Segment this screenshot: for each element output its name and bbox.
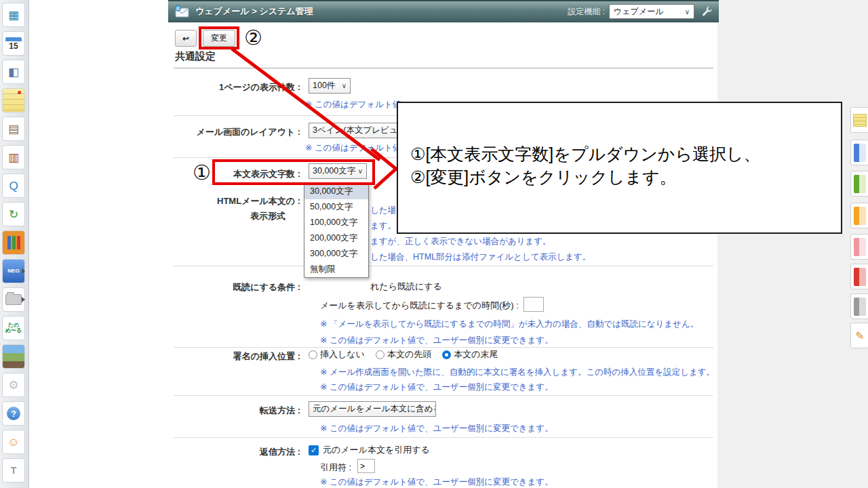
label-tab-shape [854,144,866,162]
cabinet-icon-glyph: ▤ [8,123,19,135]
reply-label: 返信方法 : [174,446,300,458]
circulation-icon-glyph: ↻ [9,209,18,220]
presentation-icon-glyph: ◧ [8,66,19,78]
neo-app-icon[interactable]: NEO [2,259,25,283]
text-tool-icon[interactable]: T [2,458,25,483]
circulation-icon[interactable]: ↻ [2,202,25,226]
section-heading: 共通設定 [175,50,216,63]
instruction-callout: ①[本文表示文字数]をプルダウンから選択し、 ②[変更]ボタンをクリックします。 [397,102,842,234]
todo-clipboard-icon[interactable]: ▥ [2,145,25,169]
pencil-icon[interactable]: ✎ [850,323,868,348]
cabinet-icon[interactable]: ▤ [2,117,25,141]
mail-layout-note: ※ この値はデフォルト値 [305,142,401,154]
page-count-select[interactable]: 100件 [309,78,351,94]
settings-function-value: ウェブメール [614,6,663,18]
heading-rule [174,68,713,68]
html-mail-note-fragment: した場 [370,205,396,216]
step-2-marker: ② [244,28,262,48]
gear-icon-glyph: ⚙ [8,380,18,391]
radio-icon [309,350,317,359]
text-tool-icon-glyph: T [11,466,17,475]
support-operator-icon-glyph: ☺ [7,436,19,448]
dropdown-option[interactable]: 30,000文字 [304,184,368,199]
inspection-icon[interactable]: Q [2,174,25,198]
memo-note-shape [853,114,867,127]
html-mail-label-line2: 表示形式 [174,210,300,222]
tanomail-ad-icon[interactable]: たのめ〜る [2,316,25,340]
app-sidebar: ▦15◧▤▥Q↻NEOたのめ〜る⚙?☺T [0,0,29,488]
memo-tab-icon[interactable] [850,107,868,133]
portal-icon[interactable]: ▦ [2,3,25,27]
label-gray-icon[interactable] [850,293,868,319]
mail-layout-label: メール画面のレイアウト : [174,126,300,138]
binder-bar [12,236,16,249]
mark-read-checkbox-fragment[interactable]: れたら既読にする [370,281,442,293]
gear-icon[interactable]: ⚙ [2,373,25,397]
radio-label: 挿入しない [320,348,365,361]
dropdown-option[interactable]: 無制限 [304,262,368,277]
dropdown-option[interactable]: 100,000文字 [304,215,368,230]
forward-label: 転送方法 : [174,405,300,417]
quote-mark-label: 引用符 : [320,462,351,474]
right-background [717,0,868,488]
dropdown-option[interactable]: 300,000文字 [304,246,368,262]
mail-layout-select[interactable]: 3ペイン(本文プレビューあ [309,123,398,138]
instruction-line-1: ①[本文表示文字数]をプルダウンから選択し、 [410,142,841,165]
annotation-box-body-chars [212,159,375,185]
signature-radio-group: 挿入しない本文の先頭本文の末尾 [309,348,498,361]
signature-note: ※ メール作成画面を開いた際に、自動的に本文に署名を挿入します。この時の挿入位置… [320,367,715,378]
label-tab-shape [854,207,866,225]
label-blue-icon[interactable] [850,140,868,165]
signature-radio-option[interactable]: 本文の先頭 [376,348,431,361]
step-1-marker: ① [193,163,211,183]
row-separator [174,395,713,396]
svg-text:@: @ [176,6,180,10]
signature-radio-selected[interactable]: 本文の末尾 [442,348,498,361]
forward-value: 元のメールをメール本文に含める [313,403,436,415]
calendar-day: 15 [9,41,18,51]
page-header: @ ウェブメール > システム管理 設定機能 : ウェブメール [168,0,719,22]
webmail-admin-screen: ▦15◧▤▥Q↻NEOたのめ〜る⚙?☺T ✎ @ ウェブメール > システム管理… [0,0,868,488]
mark-read-label: 既読にする条件 : [174,281,300,293]
presentation-icon[interactable]: ◧ [2,60,25,84]
schedule-icon[interactable]: 15 [2,31,25,56]
bookshelf-icon[interactable] [2,230,25,255]
label-pink-icon[interactable] [850,234,868,260]
label-green-icon[interactable] [850,171,868,197]
settings-function-select[interactable]: ウェブメール [609,4,694,19]
banner-ad-icon[interactable] [2,344,25,369]
mark-read-time-input[interactable] [524,297,544,312]
page-title: ウェブメール > システム管理 [195,5,313,18]
mark-read-note: ※ 「メールを表示してから既読にするまでの時間」が未入力の場合、自動では既読にな… [320,319,698,330]
tanomail-ad-icon-glyph: たのめ〜る [3,323,24,333]
row-separator [174,437,713,438]
label-red-icon[interactable] [850,264,868,289]
label-tab-shape [854,175,866,193]
signature-radio-option[interactable]: 挿入しない [309,348,365,361]
forward-select[interactable]: 元のメールをメール本文に含める [309,401,436,417]
reply-quote-checkbox[interactable]: 元のメール本文を引用する [309,444,430,456]
help-icon[interactable]: ? [2,401,25,426]
back-icon: ↩ [182,34,189,43]
support-operator-icon[interactable]: ☺ [2,430,25,454]
folder-icon[interactable] [2,287,25,312]
wrench-icon[interactable] [700,5,713,18]
dropdown-option[interactable]: 50,000文字 [304,199,368,215]
radio-icon [376,350,384,359]
signature-label: 署名の挿入位置 : [174,350,300,363]
back-button[interactable]: ↩ [175,30,197,47]
memo-icon[interactable] [2,88,25,113]
html-mail-note-fragment: ますが、正しく表示できない場合があります。 [370,236,551,247]
dropdown-option[interactable]: 200,000文字 [304,230,368,246]
row-separator [174,266,713,266]
quote-mark-input[interactable] [357,459,375,473]
html-mail-note-fragment: した場合、HTML部分は添付ファイルとして表示します。 [370,251,591,263]
label-orange-icon[interactable] [850,203,868,228]
binder-bar [17,236,20,249]
body-chars-option-list: 30,000文字50,000文字100,000文字200,000文字300,00… [304,183,369,278]
reply-note: ※ この値はデフォルト値で、ユーザー個別に変更できます。 [320,476,553,488]
settings-function-label: 設定機能 : [568,6,605,18]
mark-read-note: ※ この値はデフォルト値で、ユーザー個別に変更できます。 [320,335,553,346]
annotation-box-change-button [199,26,239,49]
html-mail-label-line1: HTMLメール本文の : [174,195,300,207]
